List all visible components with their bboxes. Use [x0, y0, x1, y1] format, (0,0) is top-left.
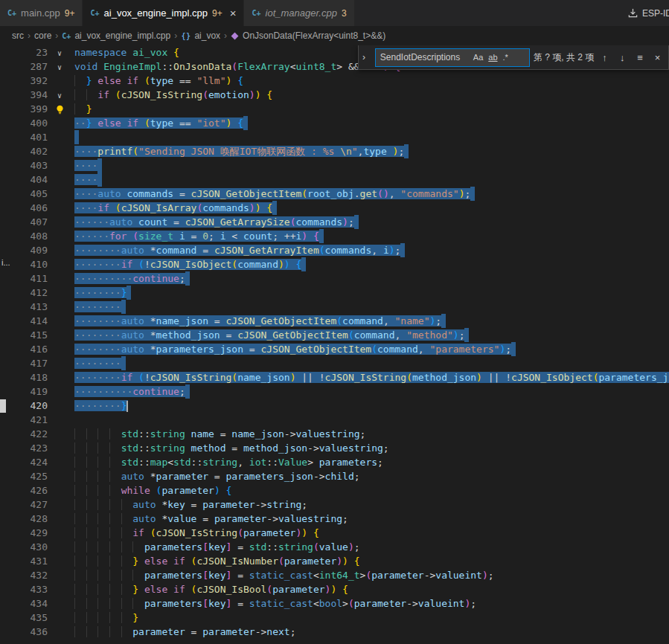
line-number[interactable]: 436: [0, 625, 48, 639]
line-number[interactable]: 414: [0, 314, 48, 328]
line-number[interactable]: 421: [0, 413, 48, 427]
code-text[interactable]: std::string name = name_json->valuestrin…: [71, 427, 365, 441]
code-text[interactable]: while (parameter) {: [71, 483, 231, 498]
line-number[interactable]: 416: [0, 342, 48, 356]
code-text[interactable]: ········if (!cJSON_IsString(name_json) |…: [71, 370, 669, 384]
code-text[interactable]: std::string method = method_json->values…: [71, 441, 389, 455]
code-line-412[interactable]: 412········}: [0, 286, 669, 300]
code-line-400[interactable]: 400··} else if (type == "iot") {: [0, 116, 669, 130]
esp-idf-label[interactable]: ESP-IDF:: [642, 8, 669, 19]
code-line-425[interactable]: 425 auto *parameter = parameters_json->c…: [0, 469, 669, 483]
line-number[interactable]: 403: [0, 158, 48, 173]
code-line-401[interactable]: 401: [0, 130, 669, 144]
line-number[interactable]: 402: [0, 144, 48, 158]
tab-ai-vox-engine-impl-cpp[interactable]: C+ ai_vox_engine_impl.cpp 9+ ×: [83, 0, 244, 26]
line-number[interactable]: 429: [0, 526, 48, 540]
code-text[interactable]: }: [71, 102, 92, 116]
code-text[interactable]: ······auto count = cJSON_GetArraySize(co…: [71, 215, 359, 229]
line-number[interactable]: 401: [0, 130, 48, 144]
code-text[interactable]: ······for (size_t i = 0; i < count; ++i)…: [71, 229, 324, 243]
line-number[interactable]: 422: [0, 427, 48, 441]
line-number[interactable]: 419: [0, 384, 48, 399]
code-line-435[interactable]: 435 }: [0, 611, 669, 625]
line-number[interactable]: 433: [0, 582, 48, 596]
code-line-414[interactable]: 414········auto *name_json = cJSON_GetOb…: [0, 314, 669, 328]
code-line-411[interactable]: 411··········continue;: [0, 271, 669, 286]
line-number[interactable]: 417: [0, 356, 48, 370]
line-number[interactable]: 430: [0, 540, 48, 554]
code-text[interactable]: ········}: [71, 399, 128, 413]
code-line-409[interactable]: 409········auto *command = cJSON_GetArra…: [0, 243, 669, 257]
line-number[interactable]: 426: [0, 483, 48, 498]
code-text[interactable]: ····if (cJSON_IsArray(commands)) {: [71, 201, 277, 215]
code-line-422[interactable]: 422 std::string name = name_json->values…: [0, 427, 669, 441]
code-line-429[interactable]: 429 if (cJSON_IsString(parameter)) {: [0, 526, 669, 540]
breadcrumb-file[interactable]: ai_vox_engine_impl.cpp: [74, 30, 170, 41]
code-line-432[interactable]: 432 parameters[key] = static_cast<int64_…: [0, 568, 669, 582]
line-number[interactable]: 408: [0, 229, 48, 243]
close-icon[interactable]: ×: [650, 52, 665, 63]
code-line-423[interactable]: 423 std::string method = method_json->va…: [0, 441, 669, 455]
regex-toggle[interactable]: .*: [502, 52, 510, 62]
code-text[interactable]: auto *value = parameter->valuestring;: [71, 512, 348, 526]
line-number[interactable]: 418: [0, 370, 48, 384]
line-number[interactable]: 423: [0, 441, 48, 455]
find-input[interactable]: [379, 51, 470, 63]
code-line-415[interactable]: 415········auto *method_json = cJSON_Get…: [0, 328, 669, 342]
code-line-420[interactable]: 420········}: [0, 399, 669, 413]
code-text[interactable]: ····printf("Sending JSON 唤醒IOT物联网函数 : %s…: [71, 144, 409, 158]
code-text[interactable]: ········: [71, 356, 126, 370]
code-text[interactable]: ··········continue;: [71, 271, 190, 286]
previous-match-icon[interactable]: ↑: [598, 52, 612, 63]
match-case-toggle[interactable]: Aa: [472, 52, 484, 62]
code-line-431[interactable]: 431 } else if (cJSON_IsNumber(parameter)…: [0, 554, 669, 568]
code-text[interactable]: ··········continue;: [71, 384, 190, 399]
fold-chevron-icon[interactable]: ∨: [57, 91, 62, 100]
line-number[interactable]: 424: [0, 455, 48, 469]
code-line-406[interactable]: 406····if (cJSON_IsArray(commands)) {: [0, 201, 669, 215]
code-line-427[interactable]: 427 auto *key = parameter->string;: [0, 498, 669, 512]
line-number[interactable]: 428: [0, 512, 48, 526]
code-text[interactable]: void EngineImpl::OnJsonData(FlexArray<ui…: [71, 59, 400, 74]
code-line-416[interactable]: 416········auto *parameters_json = cJSON…: [0, 342, 669, 356]
line-number[interactable]: 420: [0, 399, 48, 413]
code-text[interactable]: } else if (cJSON_IsNumber(parameter)) {: [71, 554, 360, 568]
code-line-428[interactable]: 428 auto *value = parameter->valuestring…: [0, 512, 669, 526]
gutter-glyph[interactable]: [48, 102, 71, 116]
code-line-418[interactable]: 418········if (!cJSON_IsString(name_json…: [0, 370, 669, 384]
code-text[interactable]: }: [71, 611, 138, 625]
download-icon[interactable]: [627, 7, 638, 19]
line-number[interactable]: 435: [0, 611, 48, 625]
code-text[interactable]: namespace ai_vox {: [71, 45, 179, 59]
code-line-399[interactable]: 399 }: [0, 102, 669, 116]
code-line-408[interactable]: 408······for (size_t i = 0; i < count; +…: [0, 229, 669, 243]
fold-chevron-icon[interactable]: ∨: [57, 49, 62, 57]
line-number[interactable]: 406: [0, 201, 48, 215]
code-line-424[interactable]: 424 std::map<std::string, iot::Value> pa…: [0, 455, 669, 469]
code-line-392[interactable]: 392 } else if (type == "llm") {: [0, 74, 669, 88]
code-text[interactable]: ····auto commands = cJSON_GetObjectItem(…: [71, 187, 475, 201]
line-number[interactable]: 23: [0, 45, 48, 59]
code-text[interactable]: ········auto *method_json = cJSON_GetObj…: [71, 328, 469, 342]
code-line-436[interactable]: 436 parameter = parameter->next;: [0, 625, 669, 639]
line-number[interactable]: 412: [0, 286, 48, 300]
code-text[interactable]: ········auto *command = cJSON_GetArrayIt…: [71, 243, 405, 257]
code-text[interactable]: ········if (!cJSON_IsObject(command)) {: [71, 257, 306, 271]
close-icon[interactable]: ×: [230, 7, 237, 19]
code-line-402[interactable]: 402····printf("Sending JSON 唤醒IOT物联网函数 :…: [0, 144, 669, 158]
line-number[interactable]: 400: [0, 116, 48, 130]
code-text[interactable]: ····: [71, 158, 102, 173]
code-line-417[interactable]: 417········: [0, 356, 669, 370]
code-line-410[interactable]: 410········if (!cJSON_IsObject(command))…: [0, 257, 669, 271]
line-number[interactable]: 404: [0, 173, 48, 187]
line-number[interactable]: 413: [0, 300, 48, 314]
gutter-glyph[interactable]: ∨: [48, 45, 71, 59]
code-text[interactable]: parameters[key] = static_cast<int64_t>(p…: [71, 568, 494, 582]
code-text[interactable]: parameters[key] = static_cast<bool>(para…: [71, 596, 476, 611]
line-number[interactable]: 427: [0, 498, 48, 512]
line-number[interactable]: 432: [0, 568, 48, 582]
editor[interactable]: 23∨namespace ai_vox {287∨void EngineImpl…: [0, 45, 669, 644]
line-number[interactable]: 431: [0, 554, 48, 568]
find-in-selection-icon[interactable]: ≡: [633, 52, 647, 63]
tab-iot-manager-cpp[interactable]: C+ iot_manager.cpp 3: [244, 0, 354, 26]
